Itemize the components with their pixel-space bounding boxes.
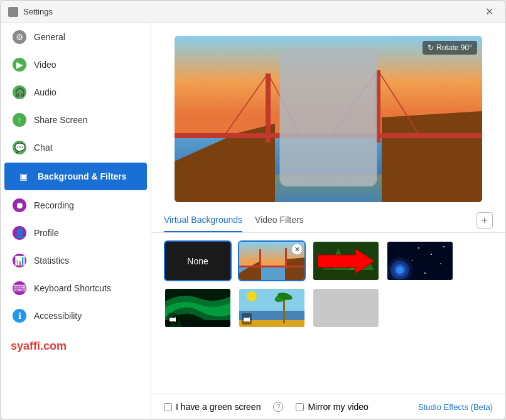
recording-icon: ⏺ bbox=[13, 198, 26, 212]
green-screen-label: I have a green screen bbox=[176, 402, 261, 412]
svg-rect-4 bbox=[266, 73, 271, 143]
background-none[interactable]: None bbox=[164, 240, 232, 281]
bottom-bar: I have a green screen ? Mirror my video … bbox=[151, 394, 505, 419]
sidebar: ⚙ General ▶ Video 🎧 Audio ↑ Share Screen… bbox=[1, 23, 151, 419]
app-icon bbox=[8, 7, 18, 17]
sidebar-label-share-screen: Share Screen bbox=[34, 115, 88, 125]
svg-rect-23 bbox=[313, 270, 380, 281]
rotate-icon: ↻ bbox=[428, 43, 434, 52]
main-panel: ↻ Rotate 90° Virtual Backgrounds Video F… bbox=[151, 23, 505, 419]
sidebar-label-audio: Audio bbox=[34, 87, 57, 97]
settings-window: Settings ✕ ⚙ General ▶ Video 🎧 Audio ↑ S… bbox=[0, 0, 506, 420]
svg-rect-15 bbox=[259, 249, 261, 268]
sidebar-item-general[interactable]: ⚙ General bbox=[1, 23, 151, 51]
svg-marker-50 bbox=[248, 317, 250, 322]
background-beach[interactable] bbox=[238, 288, 306, 328]
green-screen-help-icon[interactable]: ? bbox=[273, 402, 283, 412]
window-title: Settings bbox=[23, 7, 53, 16]
mirror-video-checkbox[interactable] bbox=[296, 403, 304, 411]
svg-rect-49 bbox=[244, 318, 248, 321]
forest-thumb-svg bbox=[313, 242, 380, 281]
svg-rect-40 bbox=[170, 318, 174, 321]
studio-effects-link[interactable]: Studio Effects (Beta) bbox=[418, 402, 493, 412]
svg-marker-3 bbox=[382, 111, 482, 202]
forest-thumbnail bbox=[313, 242, 379, 280]
mirror-video-checkbox-label[interactable]: Mirror my video bbox=[296, 402, 368, 412]
background-row-1: None bbox=[164, 240, 493, 281]
sidebar-item-statistics[interactable]: 📊 Statistics bbox=[1, 247, 151, 274]
statistics-icon: 📊 bbox=[13, 254, 26, 267]
content-area: ⚙ General ▶ Video 🎧 Audio ↑ Share Screen… bbox=[1, 23, 505, 419]
rotate-button[interactable]: ↻ Rotate 90° bbox=[423, 41, 477, 55]
titlebar: Settings ✕ bbox=[1, 1, 505, 23]
sidebar-label-background: Background & Filters bbox=[38, 171, 127, 181]
sidebar-label-profile: Profile bbox=[34, 228, 59, 238]
sidebar-label-video: Video bbox=[34, 60, 57, 70]
tab-virtual-backgrounds[interactable]: Virtual Backgrounds bbox=[164, 208, 242, 232]
sidebar-item-accessibility[interactable]: ℹ Accessibility bbox=[1, 302, 151, 330]
sidebar-label-recording: Recording bbox=[34, 200, 74, 210]
sidebar-item-recording[interactable]: ⏺ Recording bbox=[1, 191, 151, 219]
background-row-2 bbox=[164, 288, 493, 328]
blank-thumbnail bbox=[313, 289, 379, 327]
sidebar-item-chat[interactable]: 💬 Chat bbox=[1, 134, 151, 161]
keyboard-icon: ⌨ bbox=[13, 281, 26, 295]
svg-rect-45 bbox=[283, 298, 285, 323]
svg-point-30 bbox=[431, 254, 432, 255]
green-screen-checkbox-label[interactable]: I have a green screen bbox=[164, 402, 261, 412]
svg-marker-14 bbox=[285, 257, 306, 281]
watermark: syaffi.com bbox=[1, 330, 151, 363]
svg-point-32 bbox=[412, 260, 413, 261]
rotate-label: Rotate 90° bbox=[436, 43, 472, 52]
sidebar-label-general: General bbox=[34, 32, 65, 42]
sidebar-label-keyboard: Keyboard Shortcuts bbox=[34, 283, 111, 293]
general-icon: ⚙ bbox=[13, 30, 26, 44]
audio-icon: 🎧 bbox=[13, 85, 26, 99]
sidebar-label-accessibility: Accessibility bbox=[34, 311, 82, 321]
share-screen-icon: ↑ bbox=[13, 113, 26, 127]
svg-rect-17 bbox=[239, 266, 306, 267]
svg-rect-16 bbox=[285, 248, 287, 268]
accessibility-icon: ℹ bbox=[13, 309, 26, 323]
svg-point-29 bbox=[418, 247, 419, 249]
background-space[interactable] bbox=[386, 240, 454, 281]
none-label: None bbox=[187, 256, 208, 266]
video-badge-beach bbox=[242, 313, 252, 325]
svg-marker-41 bbox=[174, 317, 176, 322]
person-silhouette bbox=[280, 48, 377, 186]
sidebar-item-background[interactable]: ▣ Background & Filters bbox=[4, 163, 147, 190]
video-icon: ▶ bbox=[13, 58, 26, 72]
video-badge bbox=[168, 313, 178, 325]
delete-bridge-button[interactable]: ✕ bbox=[291, 244, 303, 255]
add-background-button[interactable]: + bbox=[476, 212, 493, 229]
profile-icon: 👤 bbox=[13, 226, 26, 240]
backgrounds-grid: None bbox=[151, 233, 505, 394]
tabs-area: Virtual Backgrounds Video Filters + bbox=[151, 208, 505, 233]
svg-point-33 bbox=[440, 263, 441, 264]
video-badge-beach-icon bbox=[244, 317, 250, 322]
chat-icon: 💬 bbox=[13, 141, 26, 154]
preview-area: ↻ Rotate 90° bbox=[151, 23, 505, 208]
sidebar-item-profile[interactable]: 👤 Profile bbox=[1, 219, 151, 247]
background-bridge[interactable]: ✕ bbox=[238, 240, 306, 281]
sidebar-item-video[interactable]: ▶ Video bbox=[1, 51, 151, 78]
background-forest[interactable] bbox=[312, 240, 380, 281]
green-screen-checkbox[interactable] bbox=[164, 403, 172, 411]
sidebar-item-keyboard[interactable]: ⌨ Keyboard Shortcuts bbox=[1, 274, 151, 302]
space-thumbnail bbox=[387, 242, 453, 280]
background-aurora[interactable] bbox=[164, 288, 232, 328]
close-button[interactable]: ✕ bbox=[480, 3, 498, 21]
background-blank[interactable] bbox=[312, 288, 380, 328]
mirror-video-label: Mirror my video bbox=[308, 402, 368, 412]
sidebar-item-share-screen[interactable]: ↑ Share Screen bbox=[1, 106, 151, 134]
sidebar-label-statistics: Statistics bbox=[34, 256, 69, 266]
video-badge-icon bbox=[170, 317, 176, 322]
background-icon: ▣ bbox=[16, 170, 30, 183]
space-thumb-svg bbox=[387, 242, 454, 281]
titlebar-left: Settings bbox=[8, 7, 53, 17]
preview-container: ↻ Rotate 90° bbox=[175, 36, 482, 202]
sidebar-item-audio[interactable]: 🎧 Audio bbox=[1, 78, 151, 106]
svg-point-48 bbox=[247, 291, 257, 301]
tab-video-filters[interactable]: Video Filters bbox=[255, 208, 304, 232]
svg-point-34 bbox=[424, 272, 426, 274]
